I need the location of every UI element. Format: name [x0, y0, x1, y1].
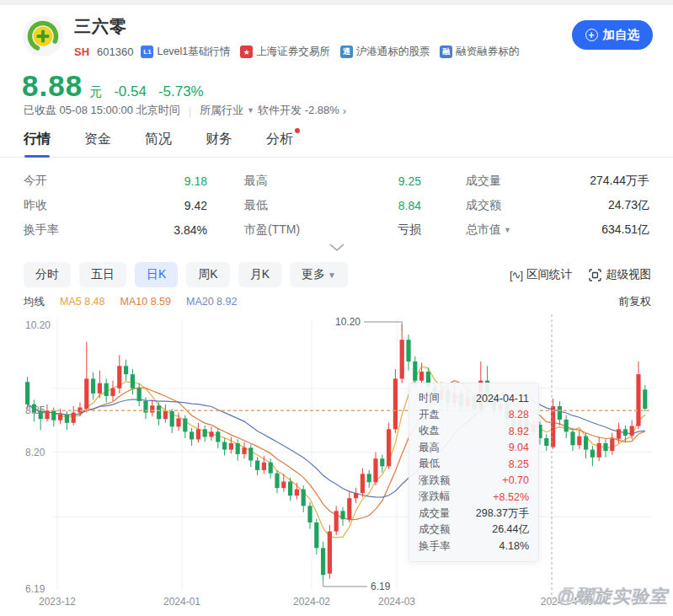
- period-bar: 分时五日日K周K月K更多▼ [∿]区间统计超级视图: [24, 261, 651, 288]
- tooltip-value: 9.04: [509, 442, 529, 453]
- period-pill-周K[interactable]: 周K: [186, 262, 229, 287]
- candle-body: [248, 447, 253, 460]
- candle-body: [216, 431, 220, 442]
- tab-行情[interactable]: 行情: [24, 126, 51, 157]
- stock-logo-360: [22, 15, 64, 57]
- candle-body: [163, 411, 168, 419]
- stat-cell: 市盈(TTM)亏损: [244, 217, 421, 242]
- stat-label: 换手率: [24, 222, 59, 238]
- tooltip-value: 298.37万手: [476, 506, 529, 521]
- tooltip-row: 时间2024-04-11: [419, 390, 529, 407]
- ma-legend-title: 均线: [24, 295, 45, 309]
- ma-item-MA10: MA10 8.59: [120, 296, 171, 308]
- stat-cell: 最高9.25: [244, 169, 421, 193]
- header-badge: 通沪港通标的股票: [340, 45, 430, 59]
- candle-body: [334, 511, 339, 531]
- candle-body: [281, 481, 286, 488]
- period-pill-分时[interactable]: 分时: [24, 262, 71, 287]
- badge-label: 融资融券标的: [456, 45, 519, 59]
- tooltip-row: 最低8.25: [419, 456, 529, 473]
- tooltip-label: 成交量: [419, 506, 451, 521]
- add-watchlist-label: 加自选: [603, 27, 640, 43]
- add-watchlist-button[interactable]: + 加自选: [572, 20, 654, 50]
- tool-超级视图[interactable]: 超级视图: [589, 267, 651, 282]
- stats-column: 成交量274.44万手成交额24.73亿总市值▼634.51亿: [466, 169, 649, 242]
- tooltip-label: 换手率: [419, 539, 451, 554]
- stat-label: 最低: [244, 198, 268, 213]
- x-axis-label: 2024-02: [293, 596, 330, 608]
- max-annotation-label: 10.20: [335, 316, 361, 328]
- divider: |: [189, 104, 191, 117]
- caret-down-icon[interactable]: ▼: [504, 226, 511, 234]
- stat-label: 市盈(TTM): [244, 222, 300, 238]
- candle-body: [610, 439, 614, 451]
- tooltip-value: +0.70: [502, 474, 529, 486]
- min-annotation-label: 6.19: [371, 581, 391, 592]
- period-pill-more[interactable]: 更多▼: [290, 262, 348, 287]
- price-line-label: 8.85: [25, 404, 45, 416]
- candle-body: [209, 431, 213, 437]
- tooltip-row: 开盘8.28: [419, 407, 529, 424]
- period-pill-月K[interactable]: 月K: [238, 262, 281, 287]
- tool-label: 超级视图: [606, 267, 651, 282]
- kline-chart-canvas[interactable]: 8.8510.208.206.192023-122024-012024-0220…: [0, 310, 673, 616]
- candle-body: [597, 443, 601, 458]
- period-pill-五日[interactable]: 五日: [79, 262, 126, 287]
- tooltip-label: 时间: [419, 391, 440, 405]
- ma-item-MA20: MA20 8.92: [186, 296, 237, 308]
- tooltip-label: 开盘: [419, 408, 440, 422]
- candle-body: [347, 498, 351, 519]
- badge-icon: ★: [240, 46, 253, 58]
- tooltip-value: 4.18%: [499, 540, 529, 552]
- tooltip-label: 最低: [419, 457, 440, 471]
- expand-stats-chevron[interactable]: [327, 241, 347, 253]
- tab-资金[interactable]: 资金: [84, 126, 111, 157]
- tooltip-row: 换手率4.18%: [419, 538, 529, 555]
- tooltip-value: 8.92: [509, 426, 529, 437]
- industry-link[interactable]: 所属行业 ▼ 软件开发 -2.88% ›: [200, 103, 346, 118]
- adjust-mode-label[interactable]: 前复权: [618, 294, 651, 309]
- candle-body: [413, 362, 417, 381]
- chevron-right-icon: ›: [343, 104, 346, 117]
- candle-body: [570, 431, 574, 445]
- stat-value: 274.44万手: [590, 174, 649, 189]
- viewfinder-icon: [589, 269, 601, 281]
- candle-body: [170, 411, 174, 426]
- notification-dot: [295, 128, 300, 133]
- stat-label: 总市值▼: [466, 222, 511, 238]
- candle-body: [361, 474, 365, 493]
- candle-body: [275, 474, 279, 488]
- candle-body: [643, 389, 647, 409]
- badge-label: 上海证券交易所: [256, 45, 330, 59]
- candle-body: [229, 443, 233, 450]
- tooltip-value: 2024-04-11: [476, 393, 529, 404]
- tab-分析[interactable]: 分析: [266, 126, 293, 157]
- tooltip-row: 最高9.04: [419, 440, 529, 457]
- x-axis-label: 2023-12: [39, 596, 76, 608]
- kline-chart: 8.8510.208.206.192023-122024-012024-0220…: [0, 310, 673, 616]
- watermark-logo-icon: [558, 585, 601, 605]
- candle-body: [400, 340, 404, 378]
- header: 三六零 SH 601360 L1Level1基础行情★上海证券交易所通沪港通标的…: [22, 13, 653, 64]
- candle-body: [636, 374, 640, 426]
- period-pill-日K[interactable]: 日K: [135, 262, 178, 287]
- stat-value: 24.73亿: [608, 198, 649, 213]
- stat-cell: 总市值▼634.51亿: [466, 217, 649, 242]
- candle-body: [262, 463, 266, 470]
- candle-body: [328, 532, 332, 574]
- tab-简况[interactable]: 简况: [145, 126, 172, 157]
- stat-cell: 换手率3.84%: [24, 217, 207, 242]
- stock-code: 601360: [97, 46, 133, 58]
- tab-财务[interactable]: 财务: [206, 126, 232, 157]
- tooltip-label: 成交额: [419, 522, 451, 537]
- tool-区间统计[interactable]: [∿]区间统计: [510, 267, 572, 282]
- y-axis-label: 10.20: [25, 319, 51, 331]
- min-annotation-line: [323, 581, 367, 587]
- candle-body: [137, 388, 142, 401]
- candle-body: [196, 429, 200, 439]
- watermark: @螺旋实验室: [558, 585, 668, 608]
- y-axis-label: 6.19: [25, 583, 45, 595]
- candle-body: [45, 410, 49, 419]
- candle-body: [131, 374, 135, 388]
- stat-cell: 最低8.84: [244, 193, 421, 217]
